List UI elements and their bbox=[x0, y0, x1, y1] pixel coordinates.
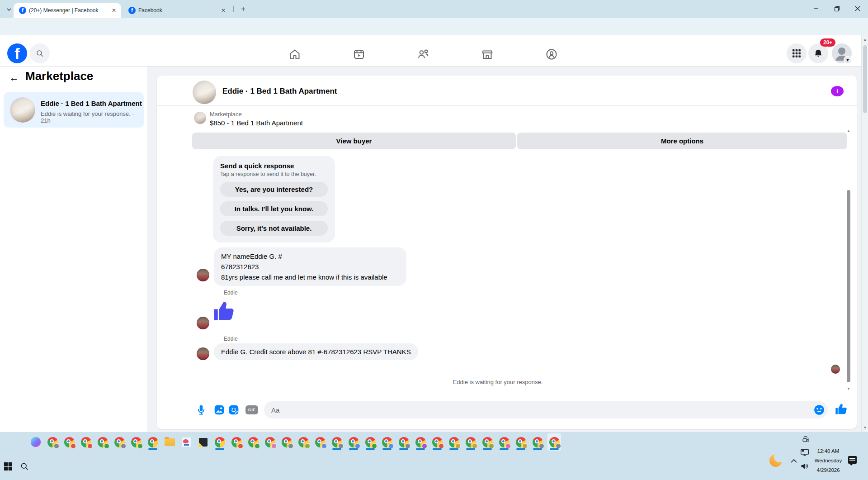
window-minimize-button[interactable] bbox=[806, 0, 826, 17]
taskbar-icon-chrome[interactable] bbox=[464, 433, 477, 451]
scroll-down-icon[interactable]: ▼ bbox=[862, 426, 868, 430]
voice-clip-icon[interactable] bbox=[195, 404, 207, 416]
taskbar-icon-chrome[interactable] bbox=[497, 433, 511, 451]
taskbar-icon-chrome[interactable] bbox=[363, 433, 377, 451]
gif-icon[interactable]: GIF bbox=[245, 405, 258, 414]
message-bubble[interactable]: Eddie G. Credit score above 81 #-6782312… bbox=[214, 343, 418, 360]
search-button[interactable] bbox=[30, 43, 50, 63]
thumbs-up-sticker[interactable] bbox=[211, 299, 237, 324]
sender-avatar[interactable] bbox=[197, 269, 209, 281]
taskbar-icon-chrome[interactable] bbox=[330, 433, 344, 451]
taskbar-icon-chrome[interactable] bbox=[297, 433, 310, 451]
tab-close-icon[interactable]: ✕ bbox=[220, 7, 227, 14]
marketplace-icon bbox=[481, 48, 494, 61]
taskbar-icon-chrome[interactable] bbox=[414, 433, 427, 451]
taskbar-icon-chrome[interactable] bbox=[246, 433, 260, 451]
facebook-logo[interactable]: f bbox=[7, 43, 27, 63]
taskbar-icon-chrome[interactable] bbox=[313, 433, 327, 451]
listing-thumbnail[interactable] bbox=[194, 112, 206, 124]
scrollbar-thumb[interactable] bbox=[863, 45, 867, 113]
account-chevron-icon[interactable]: ▼ bbox=[844, 56, 852, 64]
taskbar-icon-chrome[interactable] bbox=[430, 433, 444, 451]
tray-expand-chevron-icon[interactable] bbox=[790, 458, 797, 464]
chat-scroll-down-icon[interactable]: ▼ bbox=[846, 387, 851, 391]
sticker-icon[interactable] bbox=[228, 404, 240, 416]
view-buyer-button[interactable]: View buyer bbox=[192, 133, 516, 149]
back-arrow-icon[interactable]: ← bbox=[7, 71, 21, 85]
tab-close-icon[interactable]: ✕ bbox=[110, 7, 118, 14]
quick-reply-option[interactable]: Yes, are you interested? bbox=[220, 182, 328, 197]
facebook-header: f 20+ ▼ bbox=[0, 35, 868, 67]
tray-clock[interactable]: 12:40 AM Wednesday 4/29/2026 bbox=[812, 447, 844, 475]
listing-detail[interactable]: $850 - 1 Bed 1 Bath Apartment bbox=[210, 119, 303, 127]
taskbar-icon-chrome[interactable] bbox=[481, 433, 494, 451]
chat-header-avatar[interactable] bbox=[193, 81, 216, 104]
message-input[interactable] bbox=[264, 401, 828, 418]
sender-avatar[interactable] bbox=[197, 317, 209, 329]
browser-tab-facebook[interactable]: f Facebook ✕ bbox=[123, 3, 231, 18]
taskbar-icon-folder[interactable] bbox=[163, 433, 176, 451]
taskbar-icon-notes[interactable] bbox=[196, 433, 210, 451]
nav-marketplace[interactable] bbox=[475, 45, 500, 63]
taskbar-icon-chrome[interactable] bbox=[447, 433, 461, 451]
chat-scrollbar[interactable] bbox=[847, 190, 850, 382]
taskbar-icon-chrome[interactable] bbox=[113, 433, 126, 451]
taskbar-icon-chrome[interactable] bbox=[62, 433, 76, 451]
taskbar-icon-chrome[interactable] bbox=[397, 433, 410, 451]
new-tab-button[interactable]: + bbox=[238, 4, 249, 14]
quick-reply-option[interactable]: Sorry, it's not available. bbox=[220, 221, 328, 236]
nav-gaming[interactable] bbox=[539, 45, 564, 63]
apps-menu-button[interactable] bbox=[787, 43, 807, 63]
conversation-list-item[interactable]: Eddie · 1 Bed 1 Bath Apartment Eddie is … bbox=[4, 92, 144, 128]
message-line: 81yrs please call me and let me know if … bbox=[221, 272, 399, 282]
chrome-icon bbox=[533, 437, 543, 447]
taskbar-icon-chrome[interactable] bbox=[347, 433, 360, 451]
taskbar-icon-chrome[interactable] bbox=[263, 433, 277, 451]
taskbar-icon-chrome[interactable] bbox=[79, 433, 93, 451]
send-like-icon[interactable] bbox=[834, 402, 849, 417]
taskbar-search-icon[interactable] bbox=[20, 462, 29, 471]
nav-friends[interactable] bbox=[410, 45, 436, 63]
more-options-button[interactable]: More options bbox=[517, 133, 847, 149]
window-close-button[interactable] bbox=[847, 0, 868, 17]
emoji-icon[interactable] bbox=[813, 404, 825, 416]
window-restore-button[interactable] bbox=[826, 0, 847, 17]
scroll-up-icon[interactable]: ▲ bbox=[862, 38, 868, 42]
taskbar-icon-chrome[interactable] bbox=[380, 433, 394, 451]
night-light-moon-icon[interactable] bbox=[769, 454, 782, 467]
message-bubble[interactable]: MY nameEddie G. # 6782312623 81yrs pleas… bbox=[214, 247, 406, 286]
taskbar-icon-chrome[interactable] bbox=[129, 433, 143, 451]
taskbar-icon-chrome[interactable] bbox=[547, 433, 561, 451]
taskbar-icon-chrome[interactable] bbox=[213, 433, 226, 451]
browser-tab-messenger[interactable]: f (20+) Messenger | Facebook ✕ bbox=[14, 3, 121, 18]
chrome-icon bbox=[114, 437, 125, 447]
taskbar-icon-chrome[interactable] bbox=[146, 433, 160, 451]
chat-title[interactable]: Eddie · 1 Bed 1 Bath Apartment bbox=[222, 87, 337, 96]
marketplace-sidebar: ← Marketplace Eddie · 1 Bed 1 Bath Apart… bbox=[0, 67, 147, 432]
taskbar-icon-chrome[interactable] bbox=[230, 433, 243, 451]
tray-time: 12:40 AM bbox=[812, 447, 844, 456]
taskbar-icon-chrome[interactable] bbox=[280, 433, 293, 451]
display-tray-icon[interactable] bbox=[800, 448, 809, 456]
screen-record-tray-icon[interactable] bbox=[801, 436, 810, 445]
quick-reply-option[interactable]: In talks. I'll let you know. bbox=[220, 201, 328, 216]
taskbar-icon-chrome[interactable] bbox=[514, 433, 528, 451]
tab-search-chevron-icon[interactable] bbox=[4, 4, 14, 15]
attach-photo-icon[interactable] bbox=[213, 404, 225, 416]
taskbar-icon-chrome[interactable] bbox=[96, 433, 109, 451]
chat-scroll-up-icon[interactable]: ▲ bbox=[846, 129, 851, 133]
taskbar-icon-chrome[interactable] bbox=[531, 433, 544, 451]
volume-tray-icon[interactable] bbox=[800, 462, 809, 470]
conversation-info-icon[interactable]: i bbox=[831, 86, 844, 96]
start-button[interactable] bbox=[4, 462, 13, 471]
taskbar-icon-copilot[interactable] bbox=[29, 433, 42, 451]
notification-center-icon[interactable] bbox=[848, 456, 857, 464]
page-scrollbar[interactable]: ▲ ▼ bbox=[861, 35, 868, 432]
browser-toolbar: facebook.com/messages/t/1634017664318581… bbox=[0, 18, 868, 35]
taskbar-icon-chrome[interactable] bbox=[46, 433, 59, 451]
home-icon bbox=[288, 48, 301, 61]
taskbar-icon-fax[interactable] bbox=[179, 433, 193, 451]
nav-home[interactable] bbox=[282, 45, 307, 63]
nav-video[interactable] bbox=[346, 45, 372, 63]
sender-avatar[interactable] bbox=[197, 347, 209, 360]
